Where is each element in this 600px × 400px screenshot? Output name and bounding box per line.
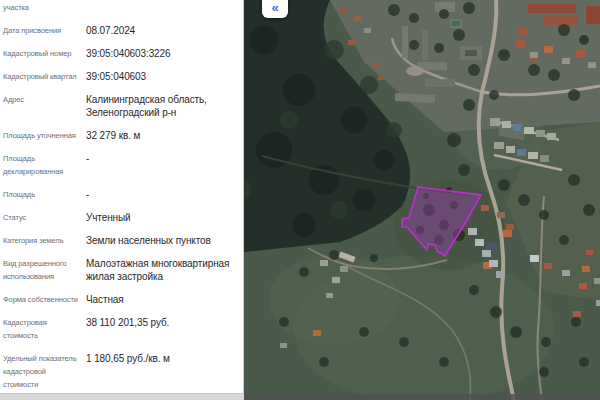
attribute-label: Площадь уточненная: [3, 129, 86, 142]
attribute-value: Малоэтажная многоквартирная жилая застро…: [86, 257, 243, 283]
attribute-value: 39:05:040603: [86, 70, 243, 83]
attribute-row: Дата присвоения 08.07.2024: [3, 24, 243, 37]
attribute-row: Кадастровый номер 39:05:040603:3226: [3, 47, 243, 60]
attribute-row: Категория земель Земли населенных пункто…: [3, 234, 243, 247]
attribute-value: 32 279 кв. м: [86, 129, 243, 142]
attribute-value: 1 180,65 руб./кв. м: [86, 352, 243, 391]
attribute-value: Частная: [86, 293, 243, 306]
attribute-label: участка: [3, 1, 86, 14]
attribute-label: Статус: [3, 211, 86, 224]
attribute-row: Статус Учтенный: [3, 211, 243, 224]
attribute-row: Форма собственности Частная: [3, 293, 243, 306]
attribute-label: Кадастровая стоимость: [3, 316, 86, 342]
attribute-row: Площадь уточненная 32 279 кв. м: [3, 129, 243, 142]
attribute-label: Категория земель: [3, 234, 86, 247]
attribute-value: -: [86, 152, 243, 178]
cadastral-map-app: участка Дата присвоения 08.07.2024 Кадас…: [0, 0, 600, 400]
attribute-row: Адрес Калининградская область, Зеленогра…: [3, 93, 243, 119]
attribute-label: Форма собственности: [3, 293, 86, 306]
attribute-row: Площадь -: [3, 188, 243, 201]
satellite-imagery: [244, 0, 600, 400]
collapse-chevrons-icon: «: [271, 0, 278, 15]
attribute-label: Вид разрешенного использования: [3, 257, 86, 283]
attribute-value: 39:05:040603:3226: [86, 47, 243, 60]
attribute-label: Удельный показатель кадастровой стоимост…: [3, 352, 86, 391]
map-bottom-edge: [244, 394, 600, 400]
attribute-label: Дата присвоения: [3, 24, 86, 37]
attribute-row: участка: [3, 1, 243, 14]
attribute-label: Площадь декларированная: [3, 152, 86, 178]
attributes-list: участка Дата присвоения 08.07.2024 Кадас…: [3, 1, 243, 391]
attribute-value: Земли населенных пунктов: [86, 234, 243, 247]
attribute-value: -: [86, 188, 243, 201]
attribute-row: Площадь декларированная -: [3, 152, 243, 178]
parcel-info-panel: участка Дата присвоения 08.07.2024 Кадас…: [0, 0, 244, 394]
attribute-value: 08.07.2024: [86, 24, 243, 37]
map-area[interactable]: «: [244, 0, 600, 400]
attribute-label: Площадь: [3, 188, 86, 201]
collapse-panel-button[interactable]: «: [262, 0, 288, 18]
bottom-strip: [0, 393, 244, 400]
attribute-value: Учтенный: [86, 211, 243, 224]
attribute-value: Калининградская область, Зеленоградский …: [86, 93, 243, 119]
attribute-row: Вид разрешенного использования Малоэтажн…: [3, 257, 243, 283]
attribute-value: 38 110 201,35 руб.: [86, 316, 243, 342]
attribute-label: Кадастровый номер: [3, 47, 86, 60]
attribute-row: Кадастровый квартал 39:05:040603: [3, 70, 243, 83]
attribute-row: Удельный показатель кадастровой стоимост…: [3, 352, 243, 391]
attribute-label: Кадастровый квартал: [3, 70, 86, 83]
attribute-row: Кадастровая стоимость 38 110 201,35 руб.: [3, 316, 243, 342]
attribute-label: Адрес: [3, 93, 86, 119]
attribute-value: [86, 1, 243, 14]
